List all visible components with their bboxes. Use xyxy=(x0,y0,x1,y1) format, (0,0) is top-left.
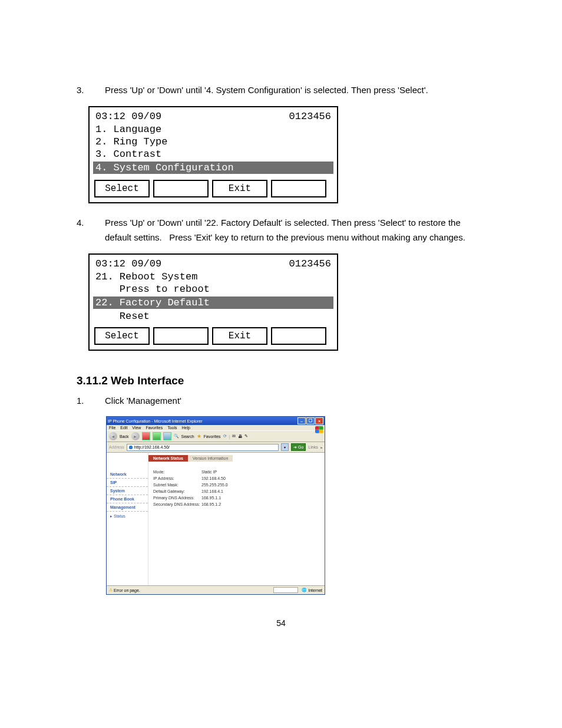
step-1: 1. Click 'Management' xyxy=(77,393,485,409)
lcd1-softkey-exit[interactable]: Exit xyxy=(212,180,267,197)
home-icon[interactable] xyxy=(163,432,171,440)
lcd2-softkey-exit[interactable]: Exit xyxy=(212,327,267,345)
links-expand[interactable]: » xyxy=(320,446,322,449)
refresh-icon[interactable] xyxy=(153,432,161,440)
sidebar-item-phone-book[interactable]: Phone Book xyxy=(107,495,148,503)
address-label: Address xyxy=(109,445,124,449)
status-bar: ⚠ Error on page. 🌐 Internet xyxy=(107,585,325,594)
lcd2-time: 03:12 09/09 xyxy=(95,258,161,269)
page-number: 54 xyxy=(77,618,485,628)
step-4-number: 4. xyxy=(77,215,105,245)
lcd2-selected: 22. Factory Default xyxy=(93,297,333,309)
menu-edit[interactable]: Edit xyxy=(120,426,128,430)
lcd2-line-1b: Press to reboot xyxy=(95,283,331,295)
favorites-icon[interactable]: ★ xyxy=(197,433,201,439)
dns2-label: Secondary DNS Address: xyxy=(153,502,201,506)
zone-label: Internet xyxy=(308,588,322,592)
dns2-value: 168.95.1.2 xyxy=(201,502,221,506)
lcd1-softkey-blank-1 xyxy=(153,180,209,197)
print-icon[interactable]: 🖶 xyxy=(238,434,242,439)
step-4: 4. Press 'Up' or 'Down' until '22. Facto… xyxy=(77,215,485,245)
toolbar-sep: | xyxy=(229,434,230,439)
mode-label: Mode: xyxy=(153,470,201,474)
mask-label: Subnet Mask: xyxy=(153,483,201,487)
ip-label: IP Address: xyxy=(153,476,201,480)
sidebar-item-system[interactable]: System xyxy=(107,487,148,495)
lcd2-softkey-select[interactable]: Select xyxy=(94,327,150,345)
address-value: http://192.168.4.50/ xyxy=(134,445,170,449)
step-3-text: Press 'Up' or 'Down' until '4. System Co… xyxy=(105,83,485,98)
address-bar: Address http://192.168.4.50/ ▾ ➜ Go Link… xyxy=(107,442,325,453)
sidebar-item-status[interactable]: Status xyxy=(107,512,148,521)
maximize-button[interactable]: ❐ xyxy=(306,417,315,424)
sidebar-item-management[interactable]: Management xyxy=(107,503,148,512)
dns1-label: Primary DNS Address: xyxy=(153,496,201,500)
menu-file[interactable]: File xyxy=(109,426,117,430)
lcd1-id: 0123456 xyxy=(289,111,331,122)
links-label[interactable]: Links xyxy=(308,445,318,449)
stop-icon[interactable] xyxy=(142,432,150,440)
network-status-table: Mode:Static IP IP Address:192.168.4.50 S… xyxy=(148,462,325,515)
go-button[interactable]: ➜ Go xyxy=(291,443,306,451)
status-text: Error on page. xyxy=(114,588,140,592)
sidebar: Network SIP System Phone Book Management… xyxy=(107,453,148,585)
step-1-text: Click 'Management' xyxy=(105,393,485,409)
forward-button[interactable]: ► xyxy=(131,432,140,440)
menu-view[interactable]: View xyxy=(132,426,142,430)
window-title: IP Phone Configuration - Microsoft Inter… xyxy=(108,419,297,423)
lcd2-line-1: 21. Reboot System xyxy=(95,271,331,283)
lcd2-softkey-blank-1 xyxy=(153,327,209,345)
browser-window: IP Phone Configuration - Microsoft Inter… xyxy=(106,416,325,595)
favorites-label: Favorites xyxy=(204,434,221,439)
step-1-number: 1. xyxy=(77,393,105,409)
search-label: Search xyxy=(181,434,194,439)
address-dropdown[interactable]: ▾ xyxy=(281,443,289,451)
gateway-value: 192.168.4.1 xyxy=(201,489,223,493)
ip-value: 192.168.4.50 xyxy=(201,476,226,480)
lcd1-softkey-select[interactable]: Select xyxy=(94,180,150,197)
step-4-text: Press 'Up' or 'Down' until '22. Factory … xyxy=(105,215,485,245)
lcd2-id: 0123456 xyxy=(289,258,331,269)
lcd1-time: 03:12 09/09 xyxy=(95,111,161,122)
lcd-screen-1: 03:12 09/09 0123456 1. Language 2. Ring … xyxy=(88,106,338,203)
mode-value: Static IP xyxy=(201,470,217,474)
titlebar: IP Phone Configuration - Microsoft Inter… xyxy=(107,417,325,425)
menu-favorites[interactable]: Favorites xyxy=(146,426,164,430)
menu-help[interactable]: Help xyxy=(182,426,191,430)
lcd1-line-3: 3. Contrast xyxy=(95,148,331,160)
close-button[interactable]: × xyxy=(315,417,323,424)
sidebar-item-sip[interactable]: SIP xyxy=(107,479,148,487)
lcd2-softkey-blank-2 xyxy=(271,327,326,345)
toolbar: ◄ Back ► 🔍 Search ★ Favorites ⟳ | ✉ 🖶 ✎ xyxy=(107,430,325,442)
edit-icon[interactable]: ✎ xyxy=(244,434,248,439)
warning-icon: ⚠ xyxy=(109,588,113,592)
menu-bar: File Edit View Favorites Tools Help xyxy=(107,425,325,430)
step-3: 3. Press 'Up' or 'Down' until '4. System… xyxy=(77,83,485,98)
menu-tools[interactable]: Tools xyxy=(167,426,178,430)
section-heading: 3.11.2 Web Interface xyxy=(77,374,485,387)
ie-icon xyxy=(128,445,133,450)
lcd-screen-2: 03:12 09/09 0123456 21. Reboot System Pr… xyxy=(88,253,338,351)
gateway-label: Default Gateway: xyxy=(153,489,201,493)
mail-icon[interactable]: ✉ xyxy=(232,434,236,439)
lcd1-line-1: 1. Language xyxy=(95,123,331,136)
step-3-number: 3. xyxy=(77,83,105,98)
back-label: Back xyxy=(120,434,129,439)
content-pane: Network Status Version Information Mode:… xyxy=(148,453,325,585)
minimize-button[interactable]: – xyxy=(297,417,306,424)
dns1-value: 168.95.1.1 xyxy=(201,496,221,500)
internet-zone-icon: 🌐 xyxy=(302,588,307,592)
windows-logo-icon xyxy=(315,426,323,433)
progress-bar xyxy=(273,587,298,593)
lcd1-selected: 4. System Configuration xyxy=(93,162,333,174)
history-icon[interactable]: ⟳ xyxy=(223,434,227,439)
tab-network-status[interactable]: Network Status xyxy=(148,455,188,462)
address-input[interactable]: http://192.168.4.50/ xyxy=(127,444,279,451)
search-icon[interactable]: 🔍 xyxy=(174,434,179,439)
back-button[interactable]: ◄ xyxy=(109,432,117,440)
sidebar-item-network[interactable]: Network xyxy=(107,470,148,479)
tab-version-information[interactable]: Version Information xyxy=(188,455,233,462)
mask-value: 255.255.255.0 xyxy=(201,483,228,487)
lcd1-line-2: 2. Ring Type xyxy=(95,136,331,148)
lcd1-softkey-blank-2 xyxy=(271,180,326,197)
